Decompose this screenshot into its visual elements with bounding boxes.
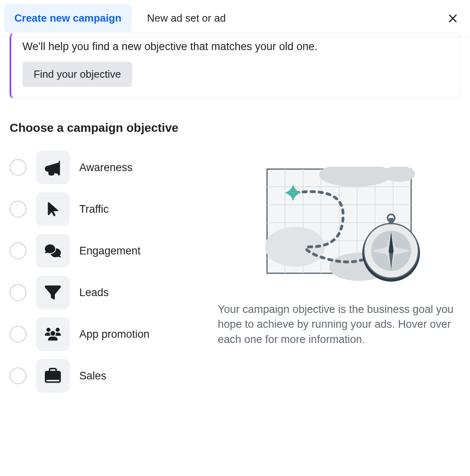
- objective-label: Traffic: [79, 203, 109, 216]
- objective-label: Leads: [79, 286, 109, 299]
- objectives-list: Awareness Traffic Engagement: [10, 151, 202, 401]
- radio-engagement[interactable]: [10, 242, 26, 259]
- objective-label: App promotion: [79, 328, 150, 341]
- radio-awareness[interactable]: [10, 159, 26, 176]
- objective-awareness[interactable]: Awareness: [10, 151, 202, 184]
- objective-leads[interactable]: Leads: [10, 276, 202, 309]
- info-panel: Your campaign objective is the business …: [218, 151, 460, 401]
- objective-sales[interactable]: Sales: [10, 359, 202, 393]
- banner-text: We'll help you find a new objective that…: [22, 40, 449, 53]
- objective-helper-banner: We'll help you find a new objective that…: [10, 33, 460, 99]
- briefcase-icon: [36, 359, 70, 393]
- megaphone-icon: [36, 151, 70, 184]
- compass-map-illustration: [255, 167, 423, 287]
- objective-engagement[interactable]: Engagement: [10, 234, 202, 268]
- objective-app-promotion[interactable]: App promotion: [10, 317, 202, 351]
- objective-traffic[interactable]: Traffic: [10, 192, 202, 226]
- objective-label: Engagement: [79, 245, 141, 257]
- radio-sales[interactable]: [10, 367, 26, 384]
- tab-new-ad-set[interactable]: New ad set or ad: [137, 4, 236, 32]
- radio-app-promotion[interactable]: [10, 326, 26, 343]
- tab-create-new-campaign[interactable]: Create new campaign: [4, 4, 132, 32]
- section-title: Choose a campaign objective: [10, 121, 460, 135]
- find-objective-button[interactable]: Find your objective: [22, 62, 132, 87]
- svg-point-26: [389, 248, 394, 253]
- radio-traffic[interactable]: [10, 201, 26, 218]
- comments-icon: [36, 234, 70, 268]
- funnel-icon: [36, 276, 70, 309]
- close-button[interactable]: [447, 12, 459, 24]
- cursor-icon: [36, 192, 70, 226]
- objective-label: Awareness: [79, 161, 133, 174]
- radio-leads[interactable]: [10, 284, 26, 301]
- info-text: Your campaign objective is the business …: [218, 302, 460, 347]
- objective-label: Sales: [79, 370, 106, 382]
- users-icon: [36, 317, 70, 351]
- close-icon: [447, 13, 458, 24]
